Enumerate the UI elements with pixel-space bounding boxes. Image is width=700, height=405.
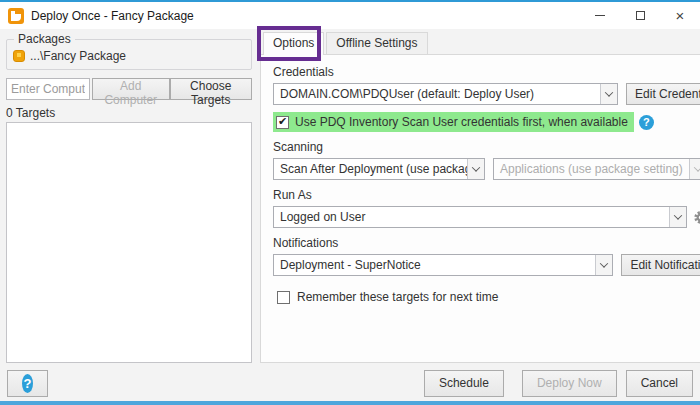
scan-mode-selected-value: Scan After Deployment (use package sett.… xyxy=(274,162,467,176)
chevron-down-icon xyxy=(600,84,617,104)
scan-profile-select[interactable]: Applications (use package setting) xyxy=(493,158,700,180)
chevron-down-icon xyxy=(595,255,612,275)
deploy-once-window: Deploy Once - Fancy Package × Packages .… xyxy=(0,0,700,405)
scan-mode-select[interactable]: Scan After Deployment (use package sett.… xyxy=(273,158,485,180)
gear-icon[interactable] xyxy=(693,210,700,225)
computer-name-input[interactable] xyxy=(6,78,90,100)
scan-profile-selected-value: Applications (use package setting) xyxy=(494,162,689,176)
checkmark-icon: ✔ xyxy=(278,116,287,127)
pdq-deploy-logo-icon xyxy=(8,8,24,24)
minimize-button[interactable] xyxy=(580,2,620,29)
targets-count-label: 0 Targets xyxy=(6,106,252,120)
chevron-down-icon xyxy=(467,159,484,179)
maximize-icon xyxy=(636,11,645,20)
targets-list[interactable] xyxy=(6,122,252,363)
remember-targets-checkbox[interactable] xyxy=(277,291,290,304)
options-tab-panel: Credentials DOMAIN.COM\PDQUser (default:… xyxy=(260,54,700,363)
notifications-row: Deployment - SuperNotice Edit Notificati… xyxy=(273,254,700,276)
package-name: ...\Fancy Package xyxy=(30,49,126,63)
dialog-body: Packages ...\Fancy Package Add Computer … xyxy=(0,29,700,365)
minimize-icon xyxy=(595,15,605,16)
edit-notifications-button[interactable]: Edit Notifications xyxy=(621,254,700,276)
titlebar: Deploy Once - Fancy Package × xyxy=(0,2,700,29)
chevron-down-icon xyxy=(669,207,686,227)
help-circle-icon: ? xyxy=(22,374,33,393)
window-controls: × xyxy=(580,2,700,29)
packages-groupbox: Packages ...\Fancy Package xyxy=(6,39,252,70)
settings-pane: Options Offline Settings Credentials DOM… xyxy=(260,32,700,365)
computer-entry-row: Add Computer Choose Targets xyxy=(6,78,252,100)
notifications-selected-value: Deployment - SuperNotice xyxy=(274,258,595,272)
remember-targets-row[interactable]: Remember these targets for next time xyxy=(273,290,700,304)
targets-pane: Packages ...\Fancy Package Add Computer … xyxy=(6,32,252,365)
scan-user-credentials-row: ✔ Use PDQ Inventory Scan User credential… xyxy=(273,112,700,132)
footer-actions: Schedule Deploy Now Cancel xyxy=(424,370,693,397)
choose-targets-button[interactable]: Choose Targets xyxy=(170,78,252,100)
credentials-selected-value: DOMAIN.COM\PDQUser (default: Deploy User… xyxy=(274,87,600,101)
credentials-row: DOMAIN.COM\PDQUser (default: Deploy User… xyxy=(273,83,700,105)
window-accent-bottom xyxy=(0,401,700,405)
footer-bar: ? Schedule Deploy Now Cancel xyxy=(0,365,700,401)
run-as-selected-value: Logged on User xyxy=(274,210,669,224)
chevron-down-icon xyxy=(689,159,700,179)
scan-user-checkbox-label[interactable]: ✔ Use PDQ Inventory Scan User credential… xyxy=(273,112,634,132)
cancel-button[interactable]: Cancel xyxy=(626,370,693,397)
deploy-now-button[interactable]: Deploy Now xyxy=(522,370,617,397)
scanning-row: Scan After Deployment (use package sett.… xyxy=(273,158,700,180)
remember-targets-text: Remember these targets for next time xyxy=(297,290,498,304)
run-as-select[interactable]: Logged on User xyxy=(273,206,687,228)
maximize-button[interactable] xyxy=(620,2,660,29)
notifications-select[interactable]: Deployment - SuperNotice xyxy=(273,254,613,276)
help-button[interactable]: ? xyxy=(7,370,48,397)
tab-options[interactable]: Options xyxy=(263,32,324,55)
edit-credentials-button[interactable]: Edit Credentials xyxy=(626,83,700,105)
run-as-label: Run As xyxy=(273,188,700,202)
run-as-row: Logged on User ? xyxy=(273,206,700,228)
scan-user-checkbox-text: Use PDQ Inventory Scan User credentials … xyxy=(295,115,628,129)
tab-offline-settings[interactable]: Offline Settings xyxy=(326,32,427,54)
close-button[interactable]: × xyxy=(660,2,700,29)
scan-user-checkbox[interactable]: ✔ xyxy=(276,116,289,129)
add-computer-button[interactable]: Add Computer xyxy=(92,78,170,100)
package-list-item[interactable]: ...\Fancy Package xyxy=(13,49,245,63)
notifications-label: Notifications xyxy=(273,236,700,250)
credentials-label: Credentials xyxy=(273,65,700,79)
scanning-label: Scanning xyxy=(273,140,700,154)
schedule-button[interactable]: Schedule xyxy=(424,370,504,397)
close-icon: × xyxy=(676,8,685,23)
tab-bar: Options Offline Settings xyxy=(260,32,700,54)
credentials-select[interactable]: DOMAIN.COM\PDQUser (default: Deploy User… xyxy=(273,83,618,105)
packages-group-label: Packages xyxy=(14,32,75,46)
window-title: Deploy Once - Fancy Package xyxy=(31,9,194,23)
help-circle-icon[interactable]: ? xyxy=(639,115,654,130)
package-icon xyxy=(13,50,25,62)
